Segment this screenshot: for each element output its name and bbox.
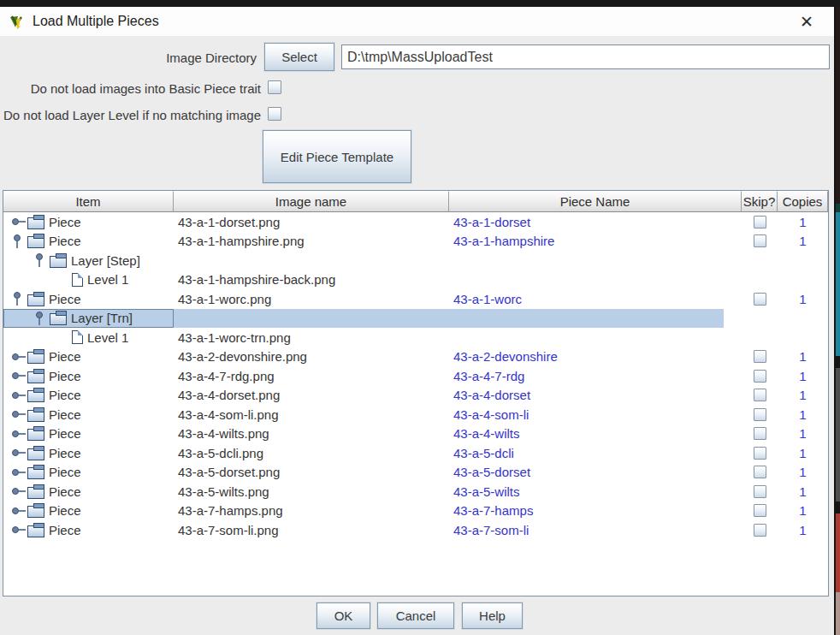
table-row[interactable]: Piece 43-a-1-dorset.png 43-a-1-dorset 1 [3, 212, 828, 232]
image-name-cell[interactable]: 43-a-1-worc-trn.png [174, 330, 449, 345]
item-cell[interactable]: Level 1 [3, 328, 174, 347]
column-header-skip[interactable]: Skip? [742, 191, 778, 212]
copies-cell[interactable]: 1 [778, 292, 828, 306]
close-icon[interactable]: ✕ [790, 7, 823, 36]
table-row[interactable]: Level 1 43-a-1-hampshire-back.png [3, 270, 828, 290]
table-row[interactable]: Piece 43-a-7-hamps.png 43-a-7-hamps 1 [3, 501, 828, 521]
image-name-cell[interactable]: 43-a-5-wilts.png [174, 484, 449, 499]
help-button[interactable]: Help [462, 602, 523, 629]
piece-name-cell[interactable]: 43-a-7-hamps [449, 503, 742, 518]
skip-checkbox[interactable] [754, 408, 766, 421]
tree-toggle-collapsed-icon[interactable] [10, 388, 27, 403]
tree-toggle-collapsed-icon[interactable] [10, 349, 27, 365]
copies-cell[interactable]: 1 [778, 426, 828, 441]
skip-checkbox[interactable] [754, 524, 766, 537]
table-row[interactable]: Piece 43-a-1-hampshire.png 43-a-1-hampsh… [3, 232, 828, 252]
copies-cell[interactable]: 1 [778, 234, 828, 248]
select-button[interactable]: Select [264, 43, 334, 71]
copies-cell[interactable]: 1 [778, 349, 828, 364]
skip-checkbox[interactable] [754, 370, 766, 383]
image-name-cell[interactable]: 43-a-5-dorset.png [174, 465, 449, 479]
table-row[interactable]: Piece 43-a-5-dorset.png 43-a-5-dorset 1 [3, 463, 828, 483]
skip-checkbox[interactable] [754, 427, 766, 440]
image-name-cell[interactable]: 43-a-5-dcli.png [174, 446, 449, 460]
table-row[interactable]: Piece 43-a-2-devonshire.png 43-a-2-devon… [3, 347, 828, 367]
image-name-cell[interactable]: 43-a-4-som-li.png [174, 407, 449, 422]
tree-toggle-collapsed-icon[interactable] [10, 214, 27, 229]
table-row[interactable]: Layer [Trn] [3, 309, 828, 329]
item-cell[interactable]: Piece [3, 482, 174, 501]
piece-name-cell[interactable]: 43-a-4-7-rdg [449, 369, 742, 383]
skip-checkbox[interactable] [754, 447, 766, 460]
item-cell[interactable]: Piece [3, 424, 174, 444]
copies-cell[interactable]: 1 [778, 523, 828, 537]
copies-cell[interactable]: 1 [778, 446, 828, 460]
skip-checkbox[interactable] [754, 466, 766, 478]
tree-toggle-collapsed-icon[interactable] [10, 445, 27, 460]
tree-toggle-expanded-icon[interactable] [33, 311, 50, 326]
image-name-cell[interactable]: 43-a-4-7-rdg.png [174, 369, 449, 383]
copies-cell[interactable]: 1 [778, 369, 828, 383]
copies-cell[interactable]: 1 [778, 484, 828, 499]
copies-cell[interactable]: 1 [778, 407, 828, 422]
piece-name-cell[interactable]: 43-a-1-dorset [449, 215, 742, 229]
piece-name-cell[interactable]: 43-a-4-som-li [449, 407, 742, 422]
image-name-cell[interactable]: 43-a-4-dorset.png [174, 388, 449, 402]
item-cell[interactable]: Piece [3, 347, 174, 367]
item-cell[interactable]: Piece [3, 232, 174, 252]
item-cell[interactable]: Piece [3, 289, 174, 309]
table-row[interactable]: Piece 43-a-5-dcli.png 43-a-5-dcli 1 [3, 443, 828, 463]
item-cell[interactable]: Piece [3, 520, 174, 540]
skip-checkbox[interactable] [754, 389, 766, 401]
copies-cell[interactable]: 1 [778, 388, 828, 402]
column-header-item[interactable]: Item [3, 191, 174, 212]
table-row[interactable]: Layer [Step] [3, 251, 828, 270]
table-row[interactable]: Piece 43-a-4-7-rdg.png 43-a-4-7-rdg 1 [3, 366, 828, 386]
tree-toggle-expanded-icon[interactable] [10, 234, 27, 249]
skip-checkbox[interactable] [754, 234, 766, 247]
table-row[interactable]: Piece 43-a-5-wilts.png 43-a-5-wilts 1 [3, 482, 828, 501]
piece-name-cell[interactable]: 43-a-5-wilts [449, 484, 742, 499]
image-name-cell[interactable]: 43-a-4-wilts.png [174, 426, 449, 441]
cancel-button[interactable]: Cancel [377, 602, 454, 629]
table-row[interactable]: Piece 43-a-7-som-li.png 43-a-7-som-li 1 [3, 520, 828, 540]
piece-name-cell[interactable]: 43-a-5-dcli [449, 446, 742, 460]
column-header-piece-name[interactable]: Piece Name [449, 191, 742, 212]
piece-name-cell[interactable]: 43-a-5-dorset [449, 465, 742, 479]
image-name-cell[interactable]: 43-a-1-dorset.png [174, 215, 449, 229]
item-cell[interactable]: Piece [3, 501, 174, 521]
ok-button[interactable]: OK [316, 602, 370, 629]
basic-piece-checkbox[interactable] [268, 80, 281, 94]
item-cell[interactable]: Layer [Trn] [3, 309, 174, 329]
tree-toggle-collapsed-icon[interactable] [10, 484, 27, 499]
item-cell[interactable]: Piece [3, 366, 174, 386]
image-name-cell[interactable]: 43-a-7-som-li.png [174, 523, 449, 537]
skip-checkbox[interactable] [754, 485, 766, 498]
tree-toggle-collapsed-icon[interactable] [10, 407, 27, 422]
tree-toggle-expanded-icon[interactable] [10, 291, 27, 306]
copies-cell[interactable]: 1 [778, 215, 828, 229]
table-row[interactable]: Level 1 43-a-1-worc-trn.png [3, 328, 828, 347]
image-name-cell[interactable]: 43-a-7-hamps.png [174, 503, 449, 518]
image-name-cell[interactable]: 43-a-1-hampshire-back.png [174, 272, 449, 287]
table-row[interactable]: Piece 43-a-4-dorset.png 43-a-4-dorset 1 [3, 386, 828, 406]
piece-name-cell[interactable]: 43-a-7-som-li [449, 523, 742, 537]
tree-toggle-collapsed-icon[interactable] [10, 426, 27, 442]
skip-checkbox[interactable] [754, 216, 766, 228]
copies-cell[interactable]: 1 [778, 503, 828, 518]
table-row[interactable]: Piece 43-a-4-wilts.png 43-a-4-wilts 1 [3, 424, 828, 444]
piece-name-cell[interactable]: 43-a-1-worc [449, 292, 742, 306]
piece-name-cell[interactable]: 43-a-1-hampshire [449, 234, 742, 248]
item-cell[interactable]: Piece [3, 212, 174, 232]
skip-checkbox[interactable] [754, 504, 766, 517]
copies-cell[interactable]: 1 [778, 465, 828, 479]
image-name-cell[interactable]: 43-a-1-hampshire.png [174, 234, 449, 248]
layer-level-checkbox[interactable] [268, 107, 281, 121]
column-header-image-name[interactable]: Image name [174, 191, 449, 212]
directory-input[interactable] [341, 45, 830, 69]
tree-toggle-collapsed-icon[interactable] [10, 368, 27, 383]
table-row[interactable]: Piece 43-a-4-som-li.png 43-a-4-som-li 1 [3, 405, 828, 424]
item-cell[interactable]: Layer [Step] [3, 251, 174, 270]
skip-checkbox[interactable] [754, 293, 766, 306]
item-cell[interactable]: Piece [3, 443, 174, 463]
